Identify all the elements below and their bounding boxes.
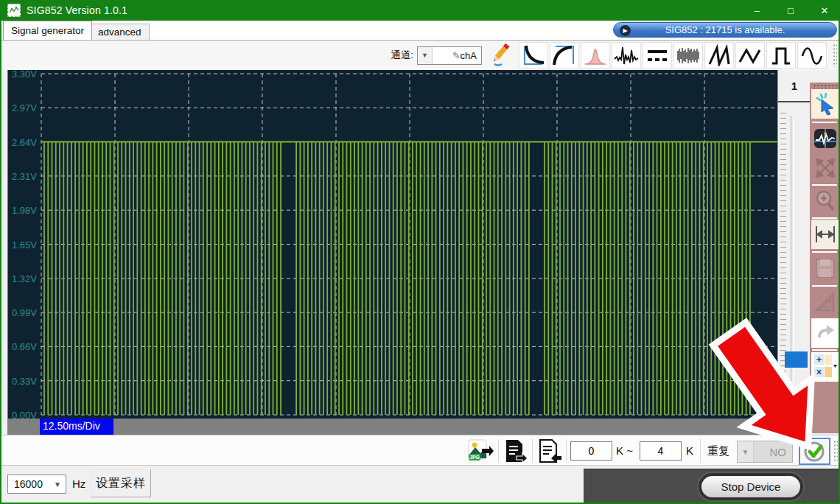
tab-advanced[interactable]: advanced [90, 24, 150, 40]
waveform-canvas [8, 70, 778, 419]
repeat-select[interactable]: ▼ NO [737, 441, 793, 463]
window-title: SIG852 Version 1.0.1 [27, 4, 127, 16]
separator [566, 439, 567, 463]
y-axis-label: 1.32V [12, 273, 37, 284]
tab-bar: Signal generator advanced ▶ SIG852 : 217… [1, 21, 840, 41]
sidebar-grip[interactable] [813, 84, 837, 88]
wave-gaussian-button[interactable] [581, 42, 610, 69]
bottom-bar: 16000 ▼ Hz 设置采样 Stop Device [1, 466, 840, 503]
stop-device-button[interactable]: Stop Device [699, 473, 803, 500]
device-panel: Stop Device [584, 469, 840, 503]
separator [532, 439, 533, 463]
svg-text:×: × [816, 367, 821, 377]
plot-scrollbar[interactable]: 12.50ms/Div [7, 419, 777, 435]
title-bar: SIG852 Version 1.0.1 – □ ✕ [1, 0, 840, 21]
wave-triangle-button[interactable] [735, 42, 765, 69]
ruler-ticks [780, 113, 786, 428]
status-text: SIG852 : 21715 is available. [665, 24, 785, 35]
calculator-tool-button[interactable]: +× [811, 352, 839, 382]
y-axis-label: 1.65V [12, 239, 37, 251]
sidebar-separator [812, 251, 837, 253]
ruler-slider-track[interactable] [791, 116, 794, 425]
y-axis-label: 0.66V [12, 341, 37, 352]
sidebar-separator [812, 184, 837, 186]
import-data-button[interactable] [537, 438, 562, 466]
sidebar-separator [812, 217, 837, 219]
status-badge: ▶ SIG852 : 21715 is available. [613, 22, 837, 38]
page-number: 1 [778, 70, 811, 102]
repeat-value: NO [754, 446, 792, 458]
minimize-button[interactable]: – [740, 0, 774, 21]
range-end-input[interactable] [640, 441, 682, 461]
waveform-display[interactable]: 3.30V2.97V2.64V2.31V1.98V1.65V1.32V0.99V… [7, 70, 777, 419]
ruler-slider-handle[interactable] [785, 351, 808, 368]
waveform-toolbar: 通道: ▼ ✎chA [1, 41, 840, 70]
check-circle-icon [803, 441, 827, 463]
wave-sawtooth-button[interactable] [704, 42, 734, 69]
y-axis-label: 2.31V [12, 171, 37, 182]
svg-text:+: + [816, 354, 822, 365]
vertical-ruler-panel: 1 [777, 70, 810, 435]
wave-noise-button[interactable] [673, 42, 703, 69]
wave-exp-rise-button[interactable] [550, 42, 579, 69]
y-axis-label: 0.99V [12, 307, 37, 318]
play-circle-icon: ▶ [620, 25, 631, 36]
range-start-input[interactable] [570, 441, 612, 461]
channel-value: ✎chA [433, 50, 481, 61]
y-axis-label: 2.97V [12, 102, 37, 113]
y-axis-label: 2.64V [12, 137, 37, 148]
chevron-down-icon[interactable]: ▼ [418, 47, 433, 64]
pencil-icon[interactable] [486, 42, 513, 69]
y-axis-label: 3.30V [12, 69, 37, 80]
time-per-div-label: 12.50ms/Div [40, 419, 113, 435]
confirm-button[interactable] [799, 438, 830, 465]
wave-pulse-train-button[interactable] [612, 42, 641, 69]
sidebar-separator [812, 349, 837, 351]
app-icon [7, 4, 21, 17]
redo-tool-button[interactable] [811, 318, 839, 348]
sidebar-separator [812, 285, 837, 287]
wave-square-button[interactable] [766, 42, 796, 69]
hz-label: Hz [72, 477, 85, 490]
chevron-down-icon: ▼ [49, 475, 66, 493]
wave-exp-fall-button[interactable] [519, 42, 548, 69]
y-axis-label: 0.33V [12, 376, 37, 387]
maximize-button[interactable]: □ [774, 0, 808, 21]
cursor-tool-button[interactable] [811, 89, 839, 119]
close-button[interactable]: ✕ [808, 0, 840, 21]
range-start-unit: K ~ [616, 444, 633, 457]
expand-tool-button[interactable] [811, 153, 839, 183]
wave-sine-button[interactable] [797, 42, 827, 69]
bottom-control-row: JPG K ~ K 重复 ▼ NO [1, 435, 840, 466]
range-end-unit: K [686, 444, 693, 457]
set-square-tool-button[interactable] [811, 287, 839, 317]
channel-select[interactable]: ▼ ✎chA [417, 46, 482, 65]
bottom-grip[interactable] [833, 440, 838, 462]
wave-dc-levels-button[interactable] [643, 42, 672, 69]
sidebar-separator [812, 122, 837, 123]
tool-sidebar: +× [810, 83, 840, 433]
export-data-button[interactable] [503, 438, 528, 466]
chevron-down-icon: ▼ [738, 441, 754, 462]
separator [498, 439, 499, 463]
toolbar-grip[interactable] [833, 43, 837, 67]
export-jpg-button[interactable]: JPG [467, 438, 494, 466]
sample-rate-select[interactable]: 16000 ▼ [7, 475, 66, 494]
sample-rate-value: 16000 [8, 478, 49, 490]
set-sampling-button[interactable]: 设置采样 [91, 469, 151, 497]
h-measure-tool-button[interactable] [811, 220, 839, 249]
repeat-label: 重复 [707, 444, 729, 458]
save-tool-button[interactable] [811, 253, 839, 283]
tab-signal-generator[interactable]: Signal generator [3, 21, 92, 40]
y-axis-label: 1.98V [12, 205, 37, 216]
svg-text:JPG: JPG [469, 455, 480, 460]
scope-display-tool-button[interactable] [811, 124, 839, 153]
separator [700, 439, 701, 463]
channel-label: 通道: [391, 49, 413, 62]
zoom-in-tool-button[interactable] [811, 186, 839, 216]
